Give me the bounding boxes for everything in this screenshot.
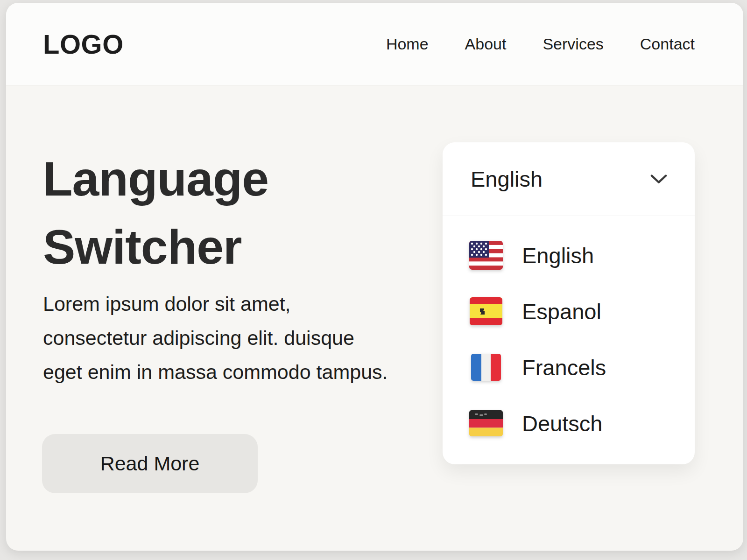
language-options-list: English Es [443, 216, 695, 451]
spain-flag-icon [469, 297, 503, 325]
germany-flag-icon [469, 410, 503, 436]
paragraph-line: consectetur adipiscing elit. duisque [43, 321, 388, 355]
nav-item-contact[interactable]: Contact [640, 35, 695, 53]
language-option-label: Francels [522, 355, 606, 380]
language-option-label: Deutsch [522, 411, 602, 436]
nav-item-about[interactable]: About [465, 35, 507, 53]
page-title: Language Switcher [43, 145, 268, 281]
logo: LOGO [43, 28, 124, 60]
chevron-down-icon [650, 174, 668, 185]
language-option-espanol[interactable]: Espanol [443, 283, 695, 339]
main-nav: Home About Services Contact [386, 35, 695, 53]
language-switcher-panel: English [443, 142, 695, 464]
language-option-deutsch[interactable]: Deutsch [443, 395, 695, 451]
language-option-label: Espanol [522, 299, 601, 324]
language-option-label: English [522, 243, 594, 268]
hero-paragraph: Lorem ipsum dolor sit amet, consectetur … [43, 287, 388, 389]
read-more-button[interactable]: Read More [42, 434, 258, 493]
language-option-francels[interactable]: Francels [443, 339, 695, 395]
page-card: LOGO Home About Services Contact Languag… [6, 3, 743, 551]
france-flag-icon [469, 354, 503, 381]
hero-section: Language Switcher Lorem ipsum dolor sit … [6, 85, 743, 550]
site-header: LOGO Home About Services Contact [6, 3, 743, 85]
us-flag-icon [469, 241, 503, 270]
selected-language-label: English [471, 166, 543, 192]
language-select-trigger[interactable]: English [443, 142, 695, 216]
nav-item-services[interactable]: Services [543, 35, 603, 53]
nav-item-home[interactable]: Home [386, 35, 429, 53]
language-option-english[interactable]: English [443, 227, 695, 283]
page-title-line2: Switcher [43, 213, 268, 281]
paragraph-line: Lorem ipsum dolor sit amet, [43, 287, 388, 321]
paragraph-line: eget enim in massa commodo tampus. [43, 355, 388, 389]
page-title-line1: Language [43, 145, 268, 213]
